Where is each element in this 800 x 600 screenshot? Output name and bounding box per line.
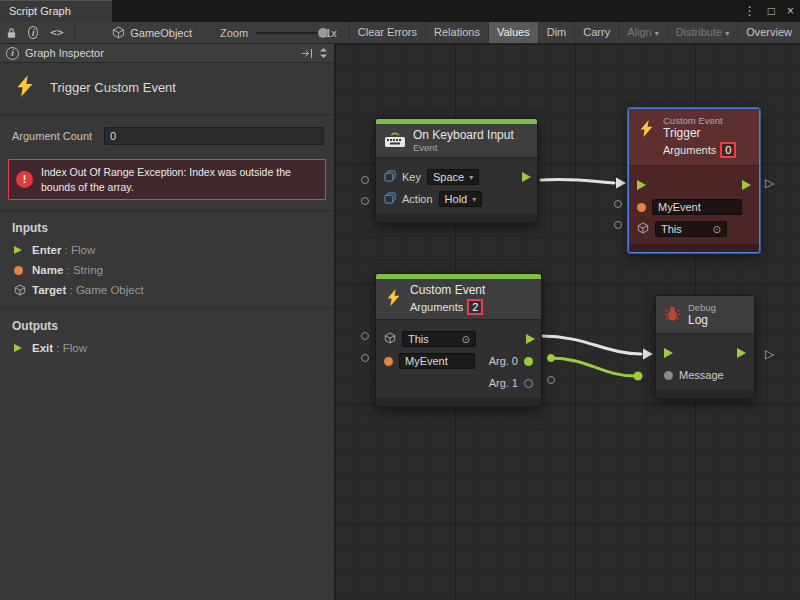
close-icon[interactable]: ×: [787, 4, 794, 18]
cube-port-icon[interactable]: [637, 222, 649, 237]
target-dropdown[interactable]: This ⊙: [402, 331, 476, 347]
object-picker-icon[interactable]: ⊙: [462, 334, 470, 345]
flow-input-port[interactable]: [637, 180, 646, 190]
port-row-target: This ⊙: [376, 328, 541, 350]
output-row-exit: Exit : Flow: [0, 338, 334, 358]
code-view-icon[interactable]: <>: [50, 26, 63, 39]
external-port-key[interactable]: [361, 176, 369, 184]
flow-output-port[interactable]: [522, 172, 531, 182]
cube-port-icon[interactable]: [384, 332, 396, 347]
node-trigger-custom-event[interactable]: Custom Event Trigger Arguments 0 MyEvent: [628, 108, 760, 253]
maximize-icon[interactable]: □: [768, 4, 775, 18]
node-body: MyEvent This ⊙: [629, 166, 759, 244]
action-dropdown[interactable]: Hold▾: [439, 191, 483, 207]
node-category: Custom Event: [663, 115, 736, 126]
zoom-slider-track: [256, 32, 320, 34]
gameobject-port-icon: [14, 284, 32, 296]
string-port[interactable]: [384, 357, 393, 366]
port-label: Key: [402, 171, 421, 183]
inspector-header-label: Graph Inspector: [25, 47, 104, 59]
external-port-arg1[interactable]: [547, 376, 555, 384]
input-row-target: Target : Game Object: [0, 280, 334, 300]
wire-arg0-to-message: [551, 358, 635, 376]
node-custom-event[interactable]: Custom Event Arguments 2 This ⊙: [375, 273, 542, 407]
relations-button[interactable]: Relations: [425, 22, 488, 44]
node-subtitle: Event: [413, 142, 514, 153]
external-port-event-target[interactable]: [361, 332, 369, 340]
dim-button[interactable]: Dim: [538, 22, 575, 44]
node-header: Custom Event Arguments 2: [376, 279, 541, 320]
values-button[interactable]: Values: [488, 22, 538, 44]
zoom-slider[interactable]: [256, 26, 320, 40]
port-name: Exit: [32, 342, 53, 354]
key-dropdown[interactable]: Space▾: [427, 169, 479, 185]
error-text: Index Out Of Range Exception: Index was …: [41, 165, 318, 194]
message-input-port[interactable]: [664, 371, 673, 380]
event-name-field[interactable]: MyEvent: [399, 353, 475, 369]
flow-input-port[interactable]: [664, 348, 673, 358]
overview-button[interactable]: Overview: [737, 22, 800, 44]
port-row-message: Message: [656, 364, 754, 386]
port-type: : String: [63, 264, 103, 276]
arguments-value-error[interactable]: 2: [467, 299, 483, 315]
arguments-label: Arguments: [410, 301, 463, 313]
error-icon: !: [16, 171, 33, 188]
external-port-action[interactable]: [361, 197, 369, 205]
chevron-down-icon: ▾: [655, 29, 659, 38]
flow-output-port[interactable]: [526, 334, 535, 344]
sort-arrows-icon[interactable]: [319, 47, 328, 59]
key-icon: [384, 192, 396, 207]
tab-script-graph[interactable]: Script Graph: [0, 0, 112, 22]
arguments-value-error[interactable]: 0: [720, 142, 736, 158]
node-debug-log[interactable]: Debug Log Message: [655, 295, 755, 399]
flow-port-row: [656, 342, 754, 364]
string-port[interactable]: [637, 203, 646, 212]
arguments-row: Arguments 0: [663, 142, 736, 158]
gameobject-selector[interactable]: GameObject: [112, 26, 192, 39]
graph-canvas[interactable]: On Keyboard Input Event Key Space▾: [335, 44, 800, 600]
node-on-keyboard-input[interactable]: On Keyboard Input Event Key Space▾: [375, 118, 538, 223]
lock-icon[interactable]: [6, 27, 17, 39]
distribute-button[interactable]: Distribute▾: [667, 22, 737, 44]
node-title: Custom Event: [410, 283, 485, 297]
action-value: Hold: [445, 193, 468, 205]
string-port-icon: [14, 266, 32, 275]
node-category: Debug: [688, 302, 716, 313]
chevron-down-icon: ▾: [469, 173, 473, 182]
arguments-row: Arguments 2: [410, 299, 485, 315]
zoom-slider-knob[interactable]: [318, 28, 328, 38]
clear-errors-button[interactable]: Clear Errors: [349, 22, 425, 44]
external-port-trigger-target[interactable]: [614, 221, 622, 229]
message-label: Message: [679, 369, 724, 381]
external-port-trigger-name[interactable]: [614, 200, 622, 208]
window-menu-icon[interactable]: ⋮: [744, 4, 756, 18]
object-picker-icon[interactable]: ⊙: [713, 224, 721, 235]
argument-count-row: Argument Count: [0, 115, 334, 151]
chevron-down-icon: ▾: [725, 29, 729, 38]
flow-output-port[interactable]: [737, 348, 746, 358]
window-controls: ⋮ □ ×: [744, 0, 794, 22]
arg0-label: Arg. 0: [489, 355, 518, 367]
external-port-event-name[interactable]: [361, 354, 369, 362]
arg1-output-port[interactable]: [524, 379, 533, 388]
external-port-arg0-connected[interactable]: [547, 354, 555, 362]
flow-output-port[interactable]: [742, 180, 751, 190]
align-label: Align: [627, 26, 651, 38]
gameobject-label: GameObject: [130, 27, 192, 39]
flow-continuation-icon: ▷: [765, 348, 774, 360]
target-dropdown[interactable]: This ⊙: [655, 221, 727, 237]
info-icon[interactable]: i: [28, 26, 38, 39]
event-name-field[interactable]: MyEvent: [652, 199, 742, 215]
arg0-output-port[interactable]: [524, 357, 533, 366]
dock-icon[interactable]: [301, 48, 313, 59]
carry-button[interactable]: Carry: [574, 22, 618, 44]
toolbar-separator: [74, 25, 75, 41]
port-row-target: This ⊙: [629, 218, 759, 240]
flow-port-icon: [14, 246, 32, 254]
info-icon: i: [6, 47, 19, 60]
tab-label: Script Graph: [9, 5, 71, 17]
unity-window: Script Graph ⋮ □ × i <> GameObject Zoom …: [0, 0, 800, 600]
bolt-icon: [13, 74, 37, 101]
align-button[interactable]: Align▾: [618, 22, 666, 44]
argument-count-input[interactable]: [104, 127, 324, 145]
